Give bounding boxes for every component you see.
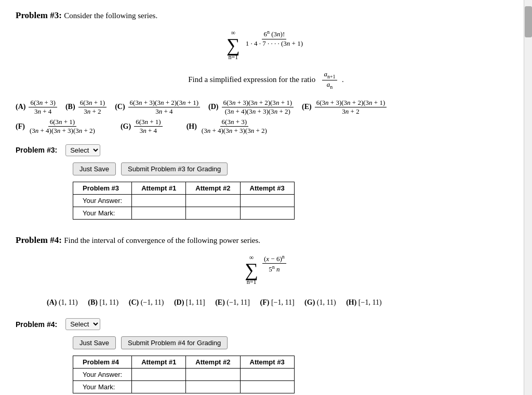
table-row: Your Answer: <box>73 194 295 207</box>
p4-series-fraction: (x − 6)n 5n n <box>262 254 286 286</box>
problem4-table-header-problem: Problem #4 <box>73 356 132 369</box>
scrollbar-thumb[interactable] <box>525 6 532 37</box>
problem3-title: Problem #3: Consider the following serie… <box>16 10 516 21</box>
p4-attempt1-answer <box>132 369 186 381</box>
choice-H: (H) 6(3n + 3) (3n + 4)(3n + 3)(3n + 2) <box>187 118 270 135</box>
sigma-symbol: ∑ <box>227 37 240 53</box>
p4-choice-F: (F) [−1, 11] <box>260 298 295 306</box>
table-row: Your Mark: <box>73 381 295 393</box>
choice-E-frac: 6(3n + 3)(3n + 2)(3n + 1) 3n + 2 <box>315 99 387 116</box>
p4-your-answer-label: Your Answer: <box>73 369 132 381</box>
scrollbar[interactable] <box>524 0 532 395</box>
choice-D: (D) 6(3n + 3)(3n + 2)(3n + 1) (3n + 4)(3… <box>208 99 295 116</box>
problem4-choices: (A) (1, 11) (B) [1, 11) (C) (−1, 11) (D)… <box>47 295 485 310</box>
problem4-title: Problem #4: Find the interval of converg… <box>16 235 516 246</box>
problem4-table-header-attempt3: Attempt #3 <box>240 356 294 369</box>
problem4-series: ∞ ∑ n=1 (x − 6)n 5n n <box>16 254 516 286</box>
problem3-select[interactable]: Select A B C D E F G H <box>65 144 100 156</box>
problem4-table-header-attempt2: Attempt #2 <box>186 356 240 369</box>
choice-A-frac: 6(3n + 3) 3n + 4 <box>29 99 57 116</box>
series-from: n=1 <box>228 53 238 61</box>
p4-choice-H: (H) [−1, 11) <box>346 298 381 306</box>
choice-B-frac: 6(3n + 1) 3n + 2 <box>78 99 107 116</box>
problem4-select-row: Problem #4: Select A B C D E F G H <box>16 318 516 330</box>
p4-attempt3-answer <box>240 369 294 381</box>
problem3-attempts-table: Problem #3 Attempt #1 Attempt #2 Attempt… <box>73 182 295 220</box>
attempt3-answer <box>240 194 294 207</box>
problem3-table-header-attempt2: Attempt #2 <box>186 182 240 194</box>
p4-choice-E: (E) (−1, 11] <box>215 298 250 306</box>
problem3-number: Problem #3: <box>16 10 62 20</box>
p4-attempt2-mark <box>186 381 240 393</box>
p4-choice-D: (D) [1, 11] <box>174 298 205 306</box>
p4-choice-C: (C) (−1, 11) <box>129 298 164 306</box>
problem3-table-header-problem: Problem #3 <box>73 182 132 194</box>
sigma-container: ∞ ∑ n=1 <box>227 29 240 61</box>
choice-D-frac: 6(3n + 3)(3n + 2)(3n + 1) (3n + 4)(3n + … <box>222 99 294 116</box>
p4-choice-G: (G) (1, 11) <box>304 298 336 306</box>
p4-sigma-symbol: ∑ <box>245 262 258 278</box>
p4-attempt3-mark <box>240 381 294 393</box>
choice-G-frac: 6(3n + 1) 3n + 4 <box>134 118 163 135</box>
p4-choice-B: (B) [1, 11) <box>88 298 118 306</box>
ratio-numerator: an+1 <box>322 71 337 80</box>
problem4-description: Find the interval of convergence of the … <box>64 236 260 244</box>
choice-A: (A) 6(3n + 3) 3n + 4 <box>16 99 58 116</box>
problem3-just-save-button[interactable]: Just Save <box>73 162 116 175</box>
p4-sigma-container: ∞ ∑ n=1 <box>245 254 258 286</box>
problem3-select-label: Problem #3: <box>16 146 57 154</box>
choice-C: (C) 6(3n + 3)(3n + 2)(3n + 1) 3n + 4 <box>115 99 201 116</box>
problem3-choices: (A) 6(3n + 3) 3n + 4 (B) 6(3n + 1) 3n + … <box>16 99 516 135</box>
problem3-buttons: Just Save Submit Problem #3 for Grading <box>73 162 516 175</box>
problem3-select-row: Problem #3: Select A B C D E F G H <box>16 144 516 156</box>
problem3-table-header-attempt1: Attempt #1 <box>132 182 186 194</box>
choices-row1: (A) 6(3n + 3) 3n + 4 (B) 6(3n + 1) 3n + … <box>16 99 516 116</box>
problem3-table-header-attempt3: Attempt #3 <box>240 182 294 194</box>
choice-C-frac: 6(3n + 3)(3n + 2)(3n + 1) 3n + 4 <box>128 99 201 116</box>
problem4-just-save-button[interactable]: Just Save <box>73 336 116 349</box>
ratio-text: Find a simplified expression for the rat… <box>188 75 315 84</box>
p4-series-numerator: (x − 6)n <box>262 254 286 264</box>
series-denominator: 1 · 4 · 7 · · · · (3n + 1) <box>244 39 304 47</box>
attempt1-mark <box>132 207 186 219</box>
choice-G: (G) 6(3n + 1) 3n + 4 <box>121 118 164 135</box>
table-row: Your Mark: <box>73 207 295 219</box>
problem3-submit-button[interactable]: Submit Problem #3 for Grading <box>121 162 228 175</box>
p4-series-denominator: 5n n <box>267 264 281 274</box>
problem4-section: Problem #4: Find the interval of converg… <box>16 235 516 393</box>
series-fraction: 6n (3n)! 1 · 4 · 7 · · · · (3n + 1) <box>244 29 304 61</box>
series-numerator: 6n (3n)! <box>262 29 286 39</box>
p4-your-mark-label: Your Mark: <box>73 381 132 393</box>
your-answer-label: Your Answer: <box>73 194 132 207</box>
problem4-number: Problem #4: <box>16 235 62 245</box>
problem3-series: ∞ ∑ n=1 6n (3n)! 1 · 4 · 7 · · · · (3n +… <box>16 29 516 61</box>
p4-series-from: n=1 <box>247 278 257 286</box>
attempt2-mark <box>186 207 240 219</box>
your-mark-label: Your Mark: <box>73 207 132 219</box>
choice-B: (B) 6(3n + 1) 3n + 2 <box>65 99 108 116</box>
attempt2-answer <box>186 194 240 207</box>
table-row: Your Answer: <box>73 369 295 381</box>
p4-attempt2-answer <box>186 369 240 381</box>
problem4-submit-button[interactable]: Submit Problem #4 for Grading <box>121 336 228 349</box>
choice-H-frac: 6(3n + 3) (3n + 4)(3n + 3)(3n + 2) <box>200 118 269 135</box>
problem4-table-header-attempt1: Attempt #1 <box>132 356 186 369</box>
problem4-select[interactable]: Select A B C D E F G H <box>65 318 100 330</box>
problem4-buttons: Just Save Submit Problem #4 for Grading <box>73 336 516 349</box>
choices-row2: (F) 6(3n + 1) (3n + 4)(3n + 3)(3n + 2) (… <box>16 118 516 135</box>
problem3-description: Consider the following series. <box>64 11 157 20</box>
choice-F-frac: 6(3n + 1) (3n + 4)(3n + 3)(3n + 2) <box>28 118 97 135</box>
choice-E: (E) 6(3n + 3)(3n + 2)(3n + 1) 3n + 2 <box>302 99 388 116</box>
ratio-fraction: an+1 an <box>322 71 337 89</box>
attempt3-mark <box>240 207 294 219</box>
p4-attempt1-mark <box>132 381 186 393</box>
ratio-description: Find a simplified expression for the rat… <box>16 71 516 89</box>
problem4-select-label: Problem #4: <box>16 320 57 329</box>
choice-F: (F) 6(3n + 1) (3n + 4)(3n + 3)(3n + 2) <box>16 118 98 135</box>
problem3-section: Problem #3: Consider the following serie… <box>16 10 516 220</box>
attempt1-answer <box>132 194 186 207</box>
ratio-denominator: an <box>325 80 335 90</box>
p4-choice-A: (A) (1, 11) <box>47 298 78 306</box>
problem4-attempts-table: Problem #4 Attempt #1 Attempt #2 Attempt… <box>73 356 295 393</box>
